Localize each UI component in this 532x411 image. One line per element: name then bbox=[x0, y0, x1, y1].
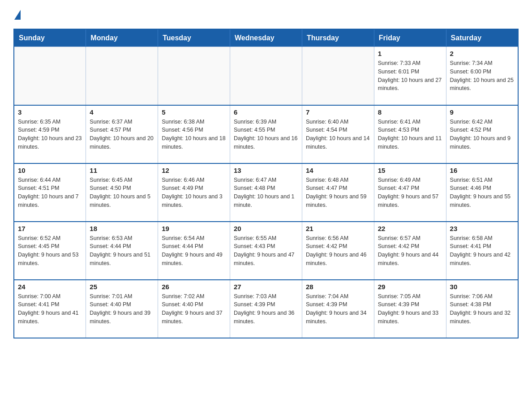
day-info: Sunrise: 6:51 AM Sunset: 4:46 PM Dayligh… bbox=[450, 176, 514, 210]
table-row: 21Sunrise: 6:56 AM Sunset: 4:42 PM Dayli… bbox=[302, 222, 374, 280]
day-number: 25 bbox=[90, 283, 154, 291]
day-number: 3 bbox=[18, 108, 82, 116]
day-number: 16 bbox=[450, 167, 514, 174]
day-number: 21 bbox=[306, 225, 370, 232]
day-info: Sunrise: 6:57 AM Sunset: 4:42 PM Dayligh… bbox=[378, 234, 442, 268]
table-row: 2Sunrise: 7:34 AM Sunset: 6:00 PM Daylig… bbox=[446, 47, 518, 105]
weekday-header-tuesday: Tuesday bbox=[158, 29, 230, 47]
table-row: 27Sunrise: 7:03 AM Sunset: 4:39 PM Dayli… bbox=[230, 280, 302, 338]
day-info: Sunrise: 6:44 AM Sunset: 4:51 PM Dayligh… bbox=[18, 176, 82, 210]
table-row: 30Sunrise: 7:06 AM Sunset: 4:38 PM Dayli… bbox=[446, 280, 518, 338]
day-info: Sunrise: 6:56 AM Sunset: 4:42 PM Dayligh… bbox=[306, 234, 370, 268]
day-number: 4 bbox=[90, 108, 154, 116]
weekday-header-wednesday: Wednesday bbox=[230, 29, 302, 47]
day-info: Sunrise: 7:00 AM Sunset: 4:41 PM Dayligh… bbox=[18, 292, 82, 326]
day-number: 20 bbox=[234, 225, 298, 232]
day-info: Sunrise: 7:06 AM Sunset: 4:38 PM Dayligh… bbox=[450, 292, 514, 326]
calendar-table: SundayMondayTuesdayWednesdayThursdayFrid… bbox=[13, 29, 519, 338]
weekday-header-row: SundayMondayTuesdayWednesdayThursdayFrid… bbox=[14, 29, 518, 47]
day-info: Sunrise: 7:01 AM Sunset: 4:40 PM Dayligh… bbox=[90, 292, 154, 326]
day-number: 10 bbox=[18, 167, 82, 174]
table-row: 8Sunrise: 6:41 AM Sunset: 4:53 PM Daylig… bbox=[374, 105, 446, 163]
day-info: Sunrise: 7:05 AM Sunset: 4:39 PM Dayligh… bbox=[378, 292, 442, 326]
table-row bbox=[14, 47, 86, 105]
day-number: 2 bbox=[450, 50, 514, 57]
day-info: Sunrise: 6:37 AM Sunset: 4:57 PM Dayligh… bbox=[90, 118, 154, 151]
table-row: 6Sunrise: 6:39 AM Sunset: 4:55 PM Daylig… bbox=[230, 105, 302, 163]
day-number: 24 bbox=[18, 283, 82, 291]
table-row: 23Sunrise: 6:58 AM Sunset: 4:41 PM Dayli… bbox=[446, 222, 518, 280]
weekday-header-friday: Friday bbox=[374, 29, 446, 47]
day-info: Sunrise: 6:46 AM Sunset: 4:49 PM Dayligh… bbox=[162, 176, 226, 210]
day-info: Sunrise: 6:49 AM Sunset: 4:47 PM Dayligh… bbox=[378, 176, 442, 210]
weekday-header-thursday: Thursday bbox=[302, 29, 374, 47]
day-info: Sunrise: 6:48 AM Sunset: 4:47 PM Dayligh… bbox=[306, 176, 370, 210]
day-number: 28 bbox=[306, 283, 370, 291]
day-number: 23 bbox=[450, 225, 514, 232]
day-info: Sunrise: 6:38 AM Sunset: 4:56 PM Dayligh… bbox=[162, 118, 226, 151]
day-number: 1 bbox=[378, 50, 442, 57]
day-info: Sunrise: 6:35 AM Sunset: 4:59 PM Dayligh… bbox=[18, 118, 82, 151]
day-info: Sunrise: 7:03 AM Sunset: 4:39 PM Dayligh… bbox=[234, 292, 298, 326]
day-number: 15 bbox=[378, 167, 442, 174]
table-row: 26Sunrise: 7:02 AM Sunset: 4:40 PM Dayli… bbox=[158, 280, 230, 338]
table-row: 4Sunrise: 6:37 AM Sunset: 4:57 PM Daylig… bbox=[86, 105, 158, 163]
table-row: 25Sunrise: 7:01 AM Sunset: 4:40 PM Dayli… bbox=[86, 280, 158, 338]
day-info: Sunrise: 6:52 AM Sunset: 4:45 PM Dayligh… bbox=[18, 234, 82, 268]
table-row: 15Sunrise: 6:49 AM Sunset: 4:47 PM Dayli… bbox=[374, 163, 446, 222]
weekday-header-monday: Monday bbox=[86, 29, 158, 47]
weekday-header-sunday: Sunday bbox=[14, 29, 86, 47]
table-row: 5Sunrise: 6:38 AM Sunset: 4:56 PM Daylig… bbox=[158, 105, 230, 163]
table-row bbox=[86, 47, 158, 105]
table-row bbox=[230, 47, 302, 105]
day-info: Sunrise: 7:02 AM Sunset: 4:40 PM Dayligh… bbox=[162, 292, 226, 326]
day-number: 17 bbox=[18, 225, 82, 232]
day-info: Sunrise: 6:54 AM Sunset: 4:44 PM Dayligh… bbox=[162, 234, 226, 268]
table-row: 18Sunrise: 6:53 AM Sunset: 4:44 PM Dayli… bbox=[86, 222, 158, 280]
day-info: Sunrise: 6:53 AM Sunset: 4:44 PM Dayligh… bbox=[90, 234, 154, 268]
calendar-body: 1Sunrise: 7:33 AM Sunset: 6:01 PM Daylig… bbox=[14, 47, 518, 338]
day-info: Sunrise: 6:47 AM Sunset: 4:48 PM Dayligh… bbox=[234, 176, 298, 210]
table-row: 7Sunrise: 6:40 AM Sunset: 4:54 PM Daylig… bbox=[302, 105, 374, 163]
day-number: 13 bbox=[234, 167, 298, 174]
day-info: Sunrise: 6:45 AM Sunset: 4:50 PM Dayligh… bbox=[90, 176, 154, 210]
table-row: 3Sunrise: 6:35 AM Sunset: 4:59 PM Daylig… bbox=[14, 105, 86, 163]
table-row: 22Sunrise: 6:57 AM Sunset: 4:42 PM Dayli… bbox=[374, 222, 446, 280]
weekday-header-saturday: Saturday bbox=[446, 29, 518, 47]
day-number: 30 bbox=[450, 283, 514, 291]
day-number: 7 bbox=[306, 108, 370, 116]
day-number: 5 bbox=[162, 108, 226, 116]
logo-triangle-icon bbox=[14, 10, 21, 20]
table-row: 14Sunrise: 6:48 AM Sunset: 4:47 PM Dayli… bbox=[302, 163, 374, 222]
day-number: 26 bbox=[162, 283, 226, 291]
table-row bbox=[302, 47, 374, 105]
logo bbox=[13, 9, 21, 20]
day-number: 9 bbox=[450, 108, 514, 116]
day-number: 27 bbox=[234, 283, 298, 291]
day-number: 14 bbox=[306, 167, 370, 174]
day-number: 12 bbox=[162, 167, 226, 174]
calendar-week-3: 10Sunrise: 6:44 AM Sunset: 4:51 PM Dayli… bbox=[14, 163, 518, 222]
table-row: 12Sunrise: 6:46 AM Sunset: 4:49 PM Dayli… bbox=[158, 163, 230, 222]
day-number: 29 bbox=[378, 283, 442, 291]
day-info: Sunrise: 6:39 AM Sunset: 4:55 PM Dayligh… bbox=[234, 118, 298, 151]
calendar-week-2: 3Sunrise: 6:35 AM Sunset: 4:59 PM Daylig… bbox=[14, 105, 518, 163]
day-info: Sunrise: 6:41 AM Sunset: 4:53 PM Dayligh… bbox=[378, 118, 442, 151]
table-row: 20Sunrise: 6:55 AM Sunset: 4:43 PM Dayli… bbox=[230, 222, 302, 280]
table-row: 28Sunrise: 7:04 AM Sunset: 4:39 PM Dayli… bbox=[302, 280, 374, 338]
table-row: 10Sunrise: 6:44 AM Sunset: 4:51 PM Dayli… bbox=[14, 163, 86, 222]
calendar-week-5: 24Sunrise: 7:00 AM Sunset: 4:41 PM Dayli… bbox=[14, 280, 518, 338]
day-info: Sunrise: 6:42 AM Sunset: 4:52 PM Dayligh… bbox=[450, 118, 514, 151]
day-info: Sunrise: 6:40 AM Sunset: 4:54 PM Dayligh… bbox=[306, 118, 370, 151]
calendar-week-4: 17Sunrise: 6:52 AM Sunset: 4:45 PM Dayli… bbox=[14, 222, 518, 280]
day-number: 22 bbox=[378, 225, 442, 232]
calendar-week-1: 1Sunrise: 7:33 AM Sunset: 6:01 PM Daylig… bbox=[14, 47, 518, 105]
day-number: 19 bbox=[162, 225, 226, 232]
day-number: 11 bbox=[90, 167, 154, 174]
table-row: 13Sunrise: 6:47 AM Sunset: 4:48 PM Dayli… bbox=[230, 163, 302, 222]
day-number: 6 bbox=[234, 108, 298, 116]
table-row bbox=[158, 47, 230, 105]
day-info: Sunrise: 6:58 AM Sunset: 4:41 PM Dayligh… bbox=[450, 234, 514, 268]
day-info: Sunrise: 6:55 AM Sunset: 4:43 PM Dayligh… bbox=[234, 234, 298, 268]
table-row: 17Sunrise: 6:52 AM Sunset: 4:45 PM Dayli… bbox=[14, 222, 86, 280]
